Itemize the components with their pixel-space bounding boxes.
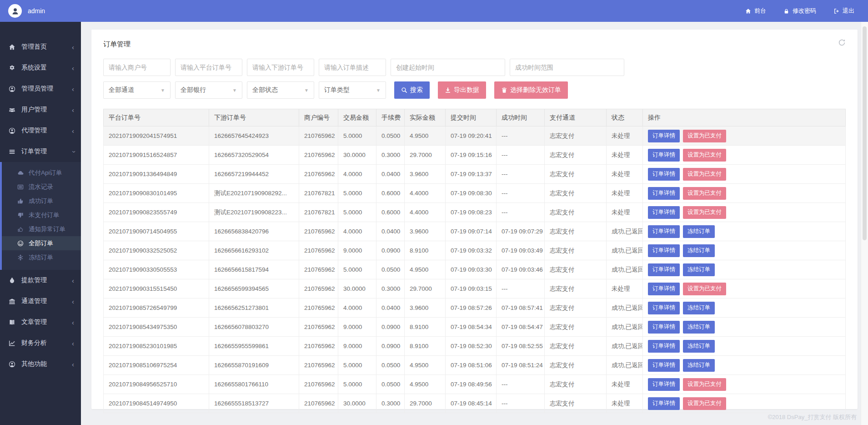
order-type-select[interactable]: 订单类型▼ xyxy=(319,81,386,99)
merchant-no-input[interactable] xyxy=(103,59,171,76)
freeze-order-button[interactable]: 冻结订单 xyxy=(683,359,715,372)
sidebar-item-users[interactable]: 用户管理‹ xyxy=(0,99,81,120)
sidebar-item-admins[interactable]: 管理员管理‹ xyxy=(0,78,81,99)
sidebar-subitem-all-orders[interactable]: 全部订单 xyxy=(2,236,81,250)
sidebar-subitem-unpaid-orders[interactable]: 未支付订单 xyxy=(2,208,81,222)
order-detail-button[interactable]: 订单详情 xyxy=(648,263,680,276)
freeze-order-button[interactable]: 冻结订单 xyxy=(683,340,715,353)
sidebar-item-agents[interactable]: 代理管理‹ xyxy=(0,120,81,141)
cell-amount: 5.0000 xyxy=(338,203,376,222)
cell-submit-time: 07-19 08:54:34 xyxy=(446,318,497,337)
order-detail-button[interactable]: 订单详情 xyxy=(648,168,680,181)
topbar-link-password[interactable]: 修改密码 xyxy=(783,7,816,15)
cell-success-time: --- xyxy=(497,375,545,394)
sidebar-subitem-success-orders[interactable]: 成功订单 xyxy=(2,194,81,208)
trash-icon xyxy=(501,87,507,93)
export-button[interactable]: 导出数据 xyxy=(438,81,486,99)
success-time-input[interactable] xyxy=(510,59,624,76)
order-detail-button[interactable]: 订单详情 xyxy=(648,187,680,200)
set-paid-button[interactable]: 设置为已支付 xyxy=(683,187,726,200)
order-detail-button[interactable]: 订单详情 xyxy=(648,302,680,314)
sidebar-item-articles[interactable]: 文章管理‹ xyxy=(0,312,81,333)
sidebar-item-home[interactable]: 管理首页‹ xyxy=(0,36,81,57)
cell-actions: 订单详情设置为已支付 xyxy=(643,146,846,165)
order-desc-input[interactable] xyxy=(319,59,386,76)
freeze-order-button[interactable]: 冻结订单 xyxy=(683,321,715,334)
topbar-link-logout[interactable]: 退出 xyxy=(833,7,854,15)
order-detail-button[interactable]: 订单详情 xyxy=(648,225,680,238)
person-icon xyxy=(11,7,20,15)
cell-actual-amount: 8.9100 xyxy=(405,241,446,260)
cell-submit-time: 07-19 09:03:32 xyxy=(446,241,497,260)
page-scrollbar[interactable] xyxy=(861,22,868,425)
cell-fee: 0.3000 xyxy=(376,146,405,165)
cell-amount: 30.0000 xyxy=(338,146,376,165)
bank-select[interactable]: 全部银行▼ xyxy=(175,81,242,99)
sidebar-item-withdraw[interactable]: 提款管理‹ xyxy=(0,270,81,291)
set-paid-button[interactable]: 设置为已支付 xyxy=(683,149,726,162)
freeze-order-button[interactable]: 冻结订单 xyxy=(683,225,715,238)
cell-submit-time: 07-19 08:52:30 xyxy=(446,337,497,356)
scrollbar-thumb[interactable] xyxy=(863,26,867,240)
table-body: 2021071909204157495116266576454249232107… xyxy=(104,126,846,413)
table-header-row: 平台订单号下游订单号商户编号交易金额手续费实际金额提交时间成功时间支付通道状态操… xyxy=(104,109,846,126)
freeze-order-button[interactable]: 冻结订单 xyxy=(683,263,715,276)
channel-select[interactable]: 全部通道▼ xyxy=(103,81,171,99)
sidebar-subitem-notify-error-orders[interactable]: 通知异常订单 xyxy=(2,222,81,236)
order-detail-button[interactable]: 订单详情 xyxy=(648,321,680,334)
set-paid-button[interactable]: 设置为已支付 xyxy=(683,130,726,142)
cell-amount: 9.0000 xyxy=(338,318,376,337)
order-detail-button[interactable]: 订单详情 xyxy=(648,340,680,353)
cell-fee: 0.0900 xyxy=(376,318,405,337)
sidebar-subitem-api-orders[interactable]: 代付Api订单 xyxy=(2,166,81,180)
order-detail-button[interactable]: 订单详情 xyxy=(648,149,680,162)
sidebar-item-finance[interactable]: 财务分析‹ xyxy=(0,333,81,354)
cell-pay-channel: 志宏支付 xyxy=(545,222,607,241)
column-header: 操作 xyxy=(643,109,846,126)
set-paid-button[interactable]: 设置为已支付 xyxy=(683,397,726,410)
sidebar-subitem-frozen-orders[interactable]: 冻结订单 xyxy=(2,250,81,264)
platform-order-input[interactable] xyxy=(175,59,242,76)
cell-submit-time: 07-19 09:15:16 xyxy=(446,146,497,165)
table-row: 2021071908451497495016266555185137272107… xyxy=(104,394,846,413)
order-detail-button[interactable]: 订单详情 xyxy=(648,283,680,295)
avatar[interactable] xyxy=(8,4,22,18)
cell-downstream-order-no: 1626656078803270 xyxy=(209,318,299,337)
order-detail-button[interactable]: 订单详情 xyxy=(648,244,680,257)
order-detail-button[interactable]: 订单详情 xyxy=(648,359,680,372)
sidebar-item-other[interactable]: 其他功能‹ xyxy=(0,354,81,374)
sidebar-item-orders[interactable]: 订单管理‹ xyxy=(0,141,81,162)
sidebar-item-system[interactable]: 系统设置‹ xyxy=(0,57,81,78)
set-paid-button[interactable]: 设置为已支付 xyxy=(683,378,726,391)
topbar-link-front[interactable]: 前台 xyxy=(745,7,766,15)
freeze-order-button[interactable]: 冻结订单 xyxy=(683,244,715,257)
cell-status: 未处理 xyxy=(607,165,643,184)
search-button[interactable]: 搜索 xyxy=(394,81,430,99)
delete-invalid-orders-button[interactable]: 选择删除无效订单 xyxy=(494,81,568,99)
user-circle-icon xyxy=(9,361,15,368)
cell-fee: 0.0500 xyxy=(376,375,405,394)
order-detail-button[interactable]: 订单详情 xyxy=(648,397,680,410)
set-paid-button[interactable]: 设置为已支付 xyxy=(683,283,726,295)
cell-submit-time: 07-19 08:49:56 xyxy=(446,375,497,394)
order-detail-button[interactable]: 订单详情 xyxy=(648,378,680,391)
set-paid-button[interactable]: 设置为已支付 xyxy=(683,168,726,181)
sidebar-subitem-flow-records[interactable]: 流水记录 xyxy=(2,180,81,194)
cell-submit-time: 07-19 09:03:30 xyxy=(446,260,497,279)
refresh-button[interactable] xyxy=(838,39,846,48)
status-select[interactable]: 全部状态▼ xyxy=(247,81,314,99)
order-detail-button[interactable]: 订单详情 xyxy=(648,130,680,142)
cell-submit-time: 07-19 09:07:14 xyxy=(446,222,497,241)
downstream-order-input[interactable] xyxy=(247,59,314,76)
cell-status: 未处理 xyxy=(607,184,643,203)
cell-actions: 订单详情冻结订单 xyxy=(643,337,846,356)
sidebar-item-channels[interactable]: 通道管理‹ xyxy=(0,291,81,312)
table-row: 2021071908510697525416266558701916092107… xyxy=(104,356,846,375)
column-header: 商户编号 xyxy=(299,109,338,126)
freeze-order-button[interactable]: 冻结订单 xyxy=(683,302,715,314)
column-header: 实际金额 xyxy=(405,109,446,126)
order-detail-button[interactable]: 订单详情 xyxy=(648,206,680,219)
set-paid-button[interactable]: 设置为已支付 xyxy=(683,206,726,219)
dropdown-caret-icon: ▼ xyxy=(232,88,237,93)
create-time-input[interactable] xyxy=(391,59,505,76)
